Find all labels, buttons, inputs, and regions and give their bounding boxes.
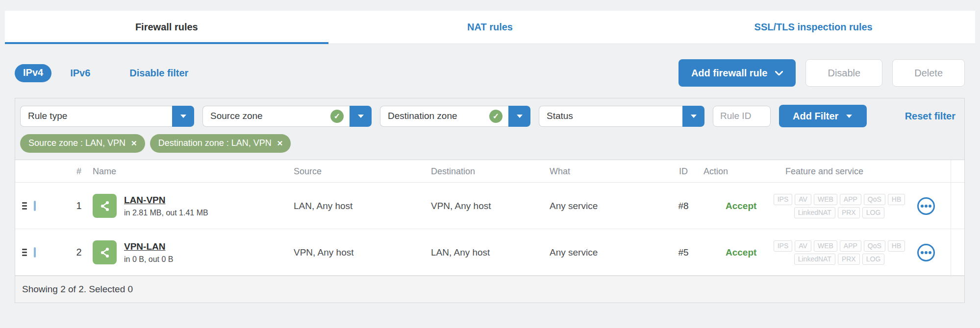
share-icon	[99, 200, 111, 212]
filter-applied-check-icon: ✓	[489, 110, 503, 123]
badge-hb: HB	[888, 194, 905, 205]
rule-source: LAN, Any host	[294, 201, 431, 211]
feature-badges: IPS AV WEB APP QoS HB LinkedNAT PRX LOG	[758, 240, 905, 265]
status-dropdown[interactable]: Status	[539, 106, 704, 127]
scroll-gutter	[951, 183, 964, 229]
status-dropdown-button[interactable]	[682, 106, 704, 127]
ipv4-toggle[interactable]: IPv4	[15, 64, 51, 82]
chevron-down-icon	[845, 114, 853, 118]
source-zone-dropdown-button[interactable]	[350, 106, 372, 127]
rule-destination: VPN, Any host	[431, 201, 550, 211]
badge-web: WEB	[814, 240, 837, 252]
destination-zone-label: Destination zone	[388, 111, 484, 121]
rule-name-link[interactable]: VPN-LAN	[124, 241, 165, 252]
chip-source-zone-label: Source zone : LAN, VPN	[28, 138, 126, 148]
table-row: 2 VPN-LAN in 0 B, out 0 B VPN, Any host …	[15, 229, 964, 276]
feature-and-service-cell: IPS AV WEB APP QoS HB LinkedNAT PRX LOG	[758, 240, 951, 265]
rule-traffic: in 0 B, out 0 B	[124, 255, 174, 264]
destination-zone-dropdown-button[interactable]	[508, 106, 530, 127]
rule-type-dropdown-button[interactable]	[172, 106, 194, 127]
tab-nat-rules[interactable]: NAT rules	[328, 11, 652, 44]
row-number: 2	[65, 247, 93, 258]
rule-name-link[interactable]: LAN-VPN	[124, 195, 165, 206]
badge-linkednat: LinkedNAT	[794, 254, 835, 265]
row-more-actions-icon[interactable]	[917, 197, 935, 215]
chevron-down-icon	[357, 114, 365, 118]
drag-handle-icon[interactable]	[15, 202, 34, 210]
table-header: # Name Source Destination What ID Action…	[15, 160, 964, 183]
add-firewall-rule-button[interactable]: Add firewall rule	[678, 59, 796, 87]
badge-av: AV	[795, 194, 811, 205]
badge-av: AV	[795, 240, 811, 252]
chevron-down-icon	[690, 114, 698, 118]
header-action: Action	[704, 166, 758, 177]
rule-what: Any service	[550, 247, 663, 258]
rule-type-dropdown[interactable]: Rule type	[20, 106, 194, 127]
destination-zone-field: Destination zone ✓	[380, 106, 508, 127]
tab-nat-rules-label: NAT rules	[467, 22, 513, 33]
chip-source-zone[interactable]: Source zone : LAN, VPN ✕	[20, 134, 145, 153]
ipv6-toggle[interactable]: IPv6	[70, 68, 90, 79]
badge-app: APP	[840, 240, 861, 252]
filter-row: Rule type Source zone ✓ Destination zone…	[15, 98, 964, 133]
table-footer: Showing 2 of 2. Selected 0	[15, 276, 964, 303]
badge-prx: PRX	[838, 254, 860, 265]
header-id: ID	[663, 166, 704, 177]
tab-ssl-tls-inspection-rules[interactable]: SSL/TLS inspection rules	[652, 11, 975, 44]
tab-firewall-rules-label: Firewall rules	[135, 22, 198, 33]
header-source: Source	[294, 166, 431, 177]
active-filter-chips: Source zone : LAN, VPN ✕ Destination zon…	[15, 133, 964, 160]
badge-ips: IPS	[774, 240, 793, 252]
table-row: 1 LAN-VPN in 2.81 MB, out 1.41 MB LAN, A…	[15, 183, 964, 229]
rules-tab-bar: Firewall rules NAT rules SSL/TLS inspect…	[5, 11, 975, 44]
showing-count-text: Showing 2 of 2. Selected 0	[22, 284, 133, 295]
remove-chip-icon[interactable]: ✕	[131, 139, 137, 148]
rule-what: Any service	[550, 201, 663, 211]
row-more-actions-icon[interactable]	[917, 244, 935, 261]
rule-id-input[interactable]	[713, 106, 771, 127]
chevron-down-icon	[179, 114, 187, 118]
badge-log: LOG	[862, 254, 885, 265]
share-icon	[99, 247, 111, 258]
badge-qos: QoS	[864, 240, 885, 252]
rule-id: #5	[663, 247, 704, 258]
header-feature-and-service: Feature and service	[758, 166, 951, 177]
remove-chip-icon[interactable]: ✕	[277, 139, 283, 148]
chip-destination-zone-label: Destination zone : LAN, VPN	[158, 138, 272, 148]
filter-applied-check-icon: ✓	[330, 110, 344, 123]
rule-name-cell: VPN-LAN in 0 B, out 0 B	[93, 240, 294, 264]
chip-destination-zone[interactable]: Destination zone : LAN, VPN ✕	[150, 134, 291, 153]
tab-ssl-tls-inspection-rules-label: SSL/TLS inspection rules	[754, 22, 873, 33]
scroll-gutter	[951, 160, 964, 183]
disable-button[interactable]: Disable	[805, 59, 882, 87]
firewall-rules-panel: Rule type Source zone ✓ Destination zone…	[15, 98, 965, 303]
chevron-down-icon	[516, 114, 524, 118]
header-name: Name	[93, 166, 294, 177]
row-checkbox[interactable]	[34, 201, 36, 211]
disable-filter-link[interactable]: Disable filter	[129, 68, 188, 79]
badge-ips: IPS	[774, 194, 793, 205]
rule-traffic: in 2.81 MB, out 1.41 MB	[124, 209, 208, 217]
badge-app: APP	[840, 194, 861, 205]
reset-filter-link[interactable]: Reset filter	[905, 111, 955, 122]
rule-action: Accept	[704, 201, 758, 211]
row-number: 1	[65, 200, 93, 211]
delete-button[interactable]: Delete	[892, 59, 965, 87]
badge-linkednat: LinkedNAT	[794, 207, 835, 218]
rule-action: Accept	[704, 247, 758, 258]
add-filter-label: Add Filter	[793, 111, 838, 122]
row-checkbox[interactable]	[34, 247, 36, 258]
destination-zone-dropdown[interactable]: Destination zone ✓	[380, 106, 530, 127]
source-zone-dropdown[interactable]: Source zone ✓	[202, 106, 372, 127]
chevron-down-icon	[775, 71, 783, 75]
tab-firewall-rules[interactable]: Firewall rules	[5, 11, 328, 44]
drag-handle-icon[interactable]	[15, 249, 34, 256]
badge-log: LOG	[862, 207, 885, 218]
status-label: Status	[547, 111, 677, 121]
rule-id: #8	[663, 201, 704, 211]
add-filter-button[interactable]: Add Filter	[779, 105, 867, 127]
feature-and-service-cell: IPS AV WEB APP QoS HB LinkedNAT PRX LOG	[758, 194, 951, 218]
badge-hb: HB	[888, 240, 905, 252]
source-zone-label: Source zone	[210, 111, 326, 121]
badge-web: WEB	[814, 194, 837, 205]
